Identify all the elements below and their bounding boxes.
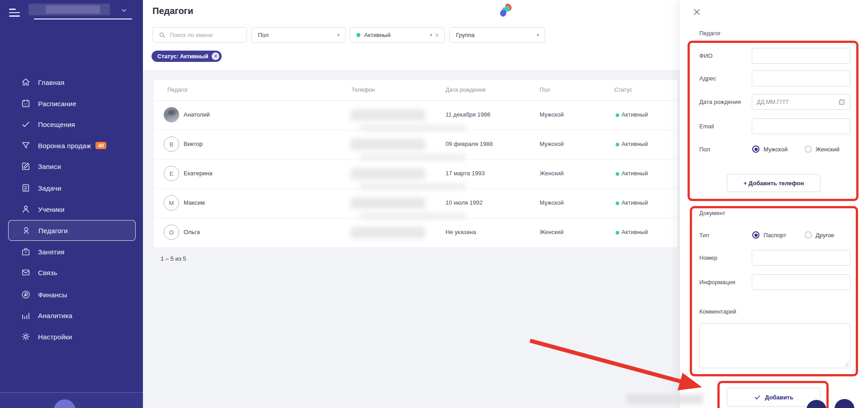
col-header-dob: Дата рождения: [446, 87, 485, 93]
search-placeholder: Поиск по имени: [170, 32, 213, 38]
chat-bubble-button[interactable]: [835, 399, 854, 408]
sidebar-item-tasks[interactable]: Задачи: [8, 178, 135, 198]
phone-redacted: [351, 197, 425, 209]
gender-filter-label: Пол: [258, 32, 269, 38]
sidebar-item-label: Главная: [38, 79, 65, 86]
sidebar-item-teachers[interactable]: Педагоги: [8, 220, 136, 241]
doc-number-label: Номер: [699, 254, 717, 261]
sidebar-item-label: Ученики: [38, 206, 65, 213]
table-row[interactable]: В Виктор 09 февраля 1988 Мужской Активны…: [154, 130, 678, 159]
submit-add-label: Добавить: [765, 394, 793, 401]
funnel-count-badge: 40: [95, 142, 106, 149]
doc-number-field[interactable]: [752, 250, 850, 266]
resize-handle[interactable]: [844, 362, 849, 366]
sidebar-item-analytics[interactable]: Аналитика: [8, 305, 135, 326]
search-input[interactable]: Поиск по имени: [152, 27, 247, 43]
radio-other-doc-label: Другое: [816, 232, 834, 239]
add-phone-label: + Добавить телефон: [744, 180, 804, 187]
dob-cell: 09 февраля 1988: [446, 141, 493, 147]
doc-type-label: Тип: [699, 232, 709, 239]
gender-cell: Мужской: [540, 141, 564, 147]
sidebar-item-attendance[interactable]: Посещения: [8, 114, 135, 135]
table-row[interactable]: Анатолий 11 декабря 1986 Мужской Активны…: [154, 100, 678, 130]
teacher-name: Анатолий: [184, 111, 210, 118]
sidebar-item-communication[interactable]: Связь: [8, 262, 135, 283]
status-cell: Активный: [621, 111, 648, 118]
divider: [34, 19, 132, 19]
table-row[interactable]: М Максим 10 июля 1992 Мужской Активный: [154, 188, 678, 218]
sidebar-item-label: Посещения: [38, 121, 75, 128]
dob-cell: Не указана: [446, 229, 476, 235]
sidebar-item-label: Занятия: [38, 248, 65, 256]
email-field[interactable]: [752, 118, 850, 134]
app-root: { "colors":{"sidebar":"#333183","accent"…: [0, 0, 868, 408]
clear-filter-icon[interactable]: ×: [435, 32, 439, 39]
chip-label: Статус: Активный: [157, 53, 208, 60]
comment-label: Комментарий: [699, 308, 736, 315]
sidebar-item-label: Расписание: [38, 100, 76, 108]
teacher-name: Екатерина: [184, 170, 213, 177]
teacher-name: Виктор: [184, 141, 203, 147]
teacher-icon: [21, 225, 31, 235]
sidebar-item-label: Задачи: [38, 184, 62, 192]
status-dot: [616, 172, 619, 176]
sidebar-item-settings[interactable]: Настройки: [8, 326, 135, 347]
check-icon: [21, 119, 31, 129]
submit-add-button[interactable]: Добавить: [727, 388, 821, 407]
menu-icon[interactable]: [9, 9, 20, 17]
gender-cell: Женский: [540, 170, 564, 177]
calendar-field-icon[interactable]: [838, 98, 845, 106]
sidebar-item-label: Связь: [38, 269, 57, 277]
radio-passport[interactable]: [752, 231, 759, 239]
radio-passport-label: Паспорт: [764, 232, 786, 239]
avatar-initial: Е: [164, 166, 179, 181]
gender-filter-dropdown[interactable]: Пол ▾: [251, 27, 346, 43]
dob-label: Дата рождения: [699, 98, 741, 105]
fio-field[interactable]: [752, 48, 850, 64]
sidebar-item-sales-funnel[interactable]: Воронка продаж 40: [8, 135, 135, 156]
sidebar-item-students[interactable]: Ученики: [8, 199, 135, 220]
chip-remove-icon[interactable]: ✕: [212, 52, 219, 60]
section-document-label: Документ: [699, 210, 726, 216]
chevron-down-icon[interactable]: [120, 7, 128, 14]
radio-female[interactable]: [805, 145, 812, 153]
chevron-down-icon: ▾: [337, 32, 340, 38]
sidebar-item-label: Аналитика: [38, 312, 72, 319]
sidebar-item-lessons[interactable]: Занятия: [8, 241, 135, 262]
status-filter-dropdown[interactable]: Активный ▾ ×: [350, 27, 445, 43]
status-filter-value: Активный: [364, 32, 390, 38]
address-field[interactable]: [752, 70, 850, 86]
dob-field[interactable]: ДД.ММ.ГГГГ: [752, 94, 850, 110]
section-teacher-label: Педагог: [699, 30, 721, 37]
col-header-phone: Телефон: [351, 87, 375, 93]
radio-male-label: Мужской: [764, 146, 787, 153]
status-cell: Активный: [621, 199, 648, 206]
avatar-initial: М: [164, 195, 179, 211]
gender-label: Пол: [699, 146, 710, 153]
sidebar-item-schedule[interactable]: Расписание: [8, 93, 135, 114]
add-phone-button[interactable]: + Добавить телефон: [727, 174, 821, 192]
doc-info-label: Информация: [699, 279, 735, 286]
doc-info-field[interactable]: [752, 274, 850, 290]
sidebar-item-finance[interactable]: Финансы: [8, 284, 135, 305]
gender-cell: Мужской: [540, 199, 564, 206]
sidebar-item-label: Финансы: [38, 291, 67, 299]
status-cell: Активный: [621, 141, 648, 147]
gender-cell: Женский: [540, 229, 564, 235]
avatar-initial: О: [164, 225, 179, 240]
table-row[interactable]: Е Екатерина 17 марта 1993 Женский Активн…: [154, 159, 678, 189]
comment-textarea[interactable]: [699, 323, 850, 368]
workspace-logo-blurred: [28, 4, 110, 15]
sidebar-item-records[interactable]: Записи: [8, 156, 135, 177]
close-icon[interactable]: [693, 8, 701, 16]
col-header-status: Статус: [614, 87, 632, 93]
group-filter-label: Группа: [456, 32, 474, 38]
status-dot: [616, 231, 619, 234]
table-row[interactable]: О Ольга Не указана Женский Активный: [154, 218, 678, 247]
sidebar-item-label: Настройки: [38, 333, 72, 341]
radio-other-doc[interactable]: [805, 231, 812, 239]
group-filter-dropdown[interactable]: Группа ▾: [449, 27, 545, 43]
phone-redacted: [351, 168, 425, 179]
sidebar-item-home[interactable]: Главная: [8, 72, 135, 93]
radio-male[interactable]: [752, 145, 759, 153]
